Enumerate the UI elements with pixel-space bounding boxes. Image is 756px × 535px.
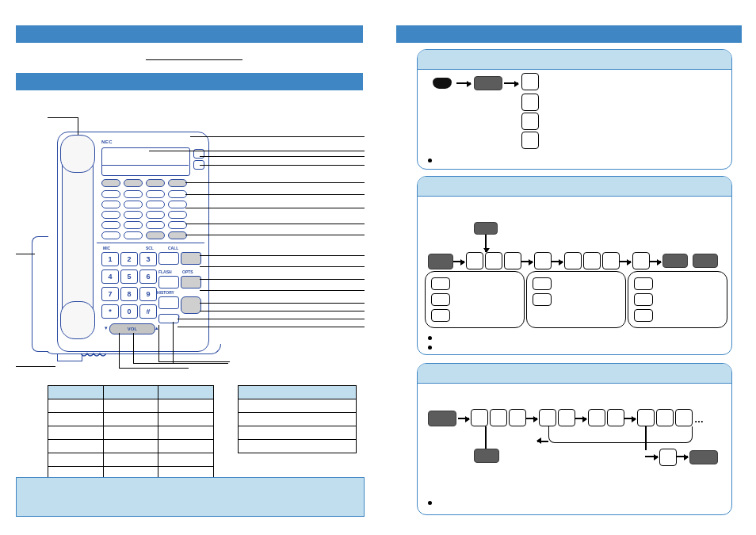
callout-line-handset [48,117,78,118]
s2-b7 [602,252,620,269]
right-section-2-header [418,177,731,197]
s3-b2 [490,409,507,426]
label-underline-r8 [271,224,365,224]
s1-stack-2 [521,94,539,111]
s3-ar-2 [526,418,537,419]
s2-ar-5 [650,261,661,262]
key-0: 0 [120,304,138,319]
left-subtitle-underline [146,59,242,60]
key-star: * [101,304,119,319]
key-8: 8 [120,287,138,301]
label-underline-r14 [282,303,365,304]
s3-end-dark [689,450,718,464]
s3-ellipsis: … [694,414,704,425]
s3-bullet [428,501,432,505]
key-7: 7 [101,287,119,301]
right-section-1-header [418,50,731,70]
s1-stack-1 [521,73,539,90]
callout-line-r12 [200,279,273,280]
s2-g1-k3 [431,309,450,322]
phone-cord-icon [79,352,114,371]
func-label-flash: FLASH [158,269,172,274]
s3-b7 [607,409,624,426]
callout-line-r8 [185,224,271,224]
table-a [48,385,214,480]
callout-bline-3 [158,325,159,361]
s1-arrow-1 [456,82,471,84]
s2-b1 [466,252,483,269]
callout-bline-h1 [119,368,189,369]
func-label-mic: MIC [103,246,110,250]
s2-b3 [504,252,521,269]
s3-b1 [471,409,488,426]
s3-ar-6 [677,456,688,457]
s2-g2-k2 [533,293,552,306]
right-section-3-header [418,364,731,384]
softkey-4 [168,179,187,187]
func-key-a [158,252,179,265]
key-9: 9 [139,287,157,301]
s2-g3-k2 [634,293,653,306]
s2-end-dark2 [693,254,718,268]
callout-line-r7 [185,208,271,208]
label-underline-r17 [282,327,365,327]
s3-b3 [509,409,526,426]
label-underline-r12 [273,279,365,280]
s3-branch-connector [548,426,693,443]
label-underline-r15 [282,311,365,311]
s2-g3-k3 [634,309,653,322]
callout-line-r16 [178,319,282,319]
func-key-d [181,276,201,289]
s3-lower-dark [474,449,499,463]
callout-bline-1 [119,333,120,368]
s2-g2-k1 [533,277,552,290]
func-key-e [158,296,179,309]
s2-g1-k1 [431,277,450,290]
key-3: 3 [139,252,157,266]
document-page: NEC MIC SCL CALL 1 2 3 4 [0,0,756,535]
s3-b6 [588,409,605,426]
label-underline-r5 [304,182,365,183]
label-underline-r11 [273,266,365,267]
handset-icon [433,78,452,89]
s3-ar-1 [458,418,469,419]
s3-b4 [539,409,556,426]
callout-line-r14 [200,303,282,304]
left-title-bar-2 [16,73,363,90]
callout-line-r3 [200,156,303,157]
func-label-call: CALL [168,246,178,250]
callout-line-left-top [78,117,78,135]
func-label-history: HISTORY [157,290,174,295]
func-label-opts: OPTS [182,269,193,274]
s3-ar-3 [575,418,586,419]
func-label-scl: SCL [146,246,154,250]
label-underline-r3 [303,156,365,157]
s3-b10 [675,409,693,426]
callout-line-r4 [200,165,304,166]
softkey-3 [146,179,165,187]
callout-bline-2 [133,333,134,363]
s2-b4 [534,252,552,269]
callout-line-r5 [185,182,304,183]
s3-down-line-2 [645,426,647,450]
func-key-f [158,314,179,323]
brand-label: NEC [101,139,113,144]
s3-ar-5 [645,456,658,457]
key-1: 1 [101,252,119,266]
s3-b5 [558,409,575,426]
func-key-b [181,252,201,265]
callout-line-r10 [200,255,273,256]
s2-ar-3 [552,261,563,262]
s2-g1-k2 [431,293,450,306]
s2-b6 [583,252,601,269]
callout-line-r9 [185,235,249,235]
callout-line-r17 [178,327,282,327]
callout-bline-h4 [173,363,228,364]
s2-ar-1 [453,261,464,262]
callout-line-r6 [185,194,304,195]
s2-b2 [485,252,502,269]
s1-stack-4 [521,132,539,149]
s1-bullet [428,159,432,162]
softkey-1 [101,179,120,187]
label-underline-r2 [254,151,365,151]
